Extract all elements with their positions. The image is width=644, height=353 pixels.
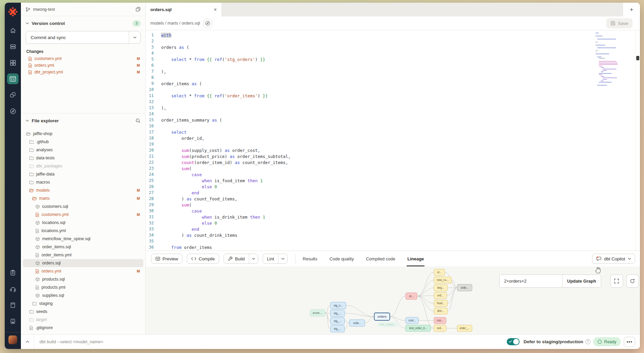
tree-item-locations-sql[interactable]: locations.sql	[23, 219, 143, 227]
minimap[interactable]	[595, 33, 616, 87]
build-button[interactable]: Build	[224, 254, 258, 264]
docs-book-icon[interactable]	[7, 300, 19, 311]
tree-item-order-items-sql[interactable]: order_items.sql	[23, 243, 143, 251]
tree-item-jaffle-data[interactable]: jaffle-data	[23, 170, 143, 178]
version-control-header[interactable]: Version control 3	[21, 19, 145, 28]
tree-item-staging[interactable]: staging	[23, 299, 143, 308]
changed-file-row[interactable]: orders.ymlM	[21, 62, 145, 69]
lineage-node-cust[interactable]: cust...	[406, 317, 418, 324]
support-headset-icon[interactable]	[7, 284, 19, 294]
tree-item-jaffle-shop[interactable]: jaffle-shop	[23, 130, 143, 138]
dbt-copilot-button[interactable]: + dbt Copilot	[592, 254, 635, 264]
lineage-node-y1[interactable]: or...	[434, 269, 445, 276]
tree-item-data-tests[interactable]: data-tests	[23, 154, 143, 162]
jobs-clipboard-icon[interactable]	[7, 267, 19, 278]
home-icon[interactable]	[7, 25, 19, 36]
save-button[interactable]: Save	[606, 18, 633, 28]
lineage-node-y3[interactable]: larg...	[434, 285, 447, 291]
tab-lineage[interactable]: Lineage	[407, 251, 424, 266]
collapse-chevron-icon[interactable]	[21, 334, 34, 349]
tree-item-orders-sql[interactable]: orders.sql	[23, 259, 143, 267]
file-explorer-header[interactable]: File explorer	[21, 116, 145, 125]
tree-item-metricflow-time-spine-sql[interactable]: metricflow_time_spine.sql	[23, 235, 143, 243]
close-icon[interactable]: ×	[214, 7, 217, 12]
tree-item-customers-yml[interactable]: customers.ymlM	[23, 211, 143, 219]
tree-item-order-items-yml[interactable]: order_items.yml	[23, 251, 143, 259]
breadcrumb[interactable]: models / marts / orders.sql	[150, 21, 200, 26]
new-tab-button[interactable]: +	[623, 3, 640, 17]
defer-toggle[interactable]	[507, 338, 520, 345]
lineage-node-y8[interactable]: order_...	[457, 325, 472, 331]
lineage-node-stg3[interactable]: stg_...	[330, 318, 345, 324]
commit-and-sync-button[interactable]: Commit and sync	[26, 31, 141, 44]
lineage-node-orpink[interactable]: or...	[406, 293, 417, 299]
code-area[interactable]: 1with23orders as (45 select * from {{ re…	[146, 30, 596, 250]
develop-icon[interactable]	[7, 73, 19, 84]
tree-item-customers-sql[interactable]: customers.sql	[23, 202, 143, 211]
tree-item-macros[interactable]: macros	[23, 178, 143, 186]
lineage-node-y2[interactable]: new_cu...	[434, 277, 451, 283]
more-options-button[interactable]: •••	[624, 337, 635, 347]
tree-item-models[interactable]: modelsM	[23, 186, 143, 194]
tree-item-orders-yml[interactable]: orders.ymlM	[23, 267, 143, 275]
lint-options-chevron[interactable]	[278, 254, 287, 263]
tree-item-label: data-tests	[36, 156, 141, 160]
branches-icon[interactable]	[7, 90, 19, 100]
lineage-node-stg4[interactable]: stg_...	[330, 325, 345, 332]
code-editor[interactable]: 1with23orders as (45 select * from {{ re…	[146, 30, 640, 251]
tree-item-seeds[interactable]: seeds	[23, 308, 143, 316]
lineage-selector-input[interactable]	[500, 275, 562, 287]
line-number: 26	[146, 184, 161, 189]
lineage-node-y6[interactable]: drin...	[434, 308, 447, 314]
lineage-node-stg2[interactable]: stg_...	[330, 310, 345, 317]
tab-code-quality[interactable]: Code quality	[329, 251, 354, 266]
preview-button[interactable]: Preview	[151, 254, 182, 264]
user-avatar[interactable]	[8, 335, 17, 344]
compass-icon[interactable]	[203, 19, 212, 28]
tree-item-marts[interactable]: martsM	[23, 194, 143, 202]
editor-scrollbar[interactable]	[635, 30, 640, 251]
tree-item-products-sql[interactable]: products.sql	[23, 275, 143, 283]
tab-results[interactable]: Results	[303, 251, 317, 266]
tree-item-dbt-packages[interactable]: dbt_packages	[23, 162, 143, 170]
tab-compiled-code[interactable]: Compiled code	[366, 251, 395, 266]
update-graph-button[interactable]: Update Graph	[562, 275, 601, 287]
compile-button[interactable]: Compile	[187, 254, 219, 264]
commit-options-chevron[interactable]	[129, 31, 140, 43]
lineage-node-cuspink[interactable]: cus...	[434, 317, 446, 324]
lineage-node-y7[interactable]: ord...	[434, 325, 446, 331]
fullscreen-icon[interactable]	[610, 275, 623, 288]
scrollbar-thumb[interactable]	[636, 56, 639, 60]
changed-file-row[interactable]: dbt_project.ymlM	[21, 69, 145, 75]
tree-item-supplies-sql[interactable]: supplies.sql	[23, 291, 143, 299]
tab-orders-sql[interactable]: orders.sql ×	[146, 3, 222, 17]
lineage-node-testgreen[interactable]: test_order_it...	[406, 325, 431, 331]
build-options-chevron[interactable]	[249, 254, 258, 263]
lineage-node-y4[interactable]: ord...	[434, 292, 447, 299]
tree-item-locations-yml[interactable]: locations.yml	[23, 227, 143, 235]
branch-name[interactable]: mwong-test	[33, 7, 55, 12]
dashboard-icon[interactable]	[7, 57, 19, 68]
lint-button[interactable]: Lint	[263, 254, 288, 264]
tree-item--github[interactable]: .github	[23, 138, 143, 146]
help-icon[interactable]: ?	[585, 339, 590, 344]
tree-item--gitignore[interactable]: .gitignore	[23, 324, 143, 332]
tree-item-analyses[interactable]: analyses	[23, 146, 143, 154]
lineage-node-stg1[interactable]: stg_o...	[330, 302, 346, 309]
lineage-node-orde1[interactable]: orde...	[349, 320, 365, 326]
tree-item-target[interactable]: target	[23, 316, 143, 324]
lineage-node-gray1[interactable]: orde...	[457, 284, 472, 291]
lineage-node-orders[interactable]: orders	[374, 313, 390, 320]
lineage-node-ecom[interactable]: ecom....	[310, 310, 325, 316]
copy-icon[interactable]	[136, 7, 141, 12]
tree-item-products-yml[interactable]: products.yml	[23, 283, 143, 291]
changed-file-row[interactable]: customers.ymlM	[21, 55, 145, 62]
search-icon[interactable]	[136, 118, 141, 123]
explore-icon[interactable]	[7, 106, 19, 117]
refresh-icon[interactable]	[626, 275, 639, 288]
lineage-node-y5[interactable]: food...	[434, 300, 447, 307]
environments-icon[interactable]	[7, 41, 19, 52]
marketplace-icon[interactable]	[7, 316, 19, 327]
lineage-panel[interactable]: ecom....stg_o...stg_...stg_...stg_...ord…	[146, 266, 640, 334]
command-input[interactable]: dbt build --select <model_name>	[39, 339, 103, 344]
